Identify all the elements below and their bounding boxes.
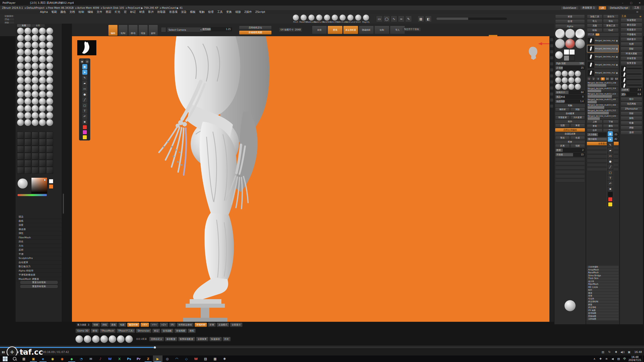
annotation-tool-button[interactable]: ➤	[608, 137, 613, 142]
group-button[interactable]: 范围	[555, 124, 570, 127]
group-header[interactable]: 自适应皮肤	[555, 132, 585, 135]
bottom-shelf-button[interactable]: 相机	[188, 329, 196, 333]
matcap-thumbnail[interactable]	[575, 29, 585, 38]
alpha-thumbnail[interactable]	[46, 132, 53, 139]
alpha-thumbnail[interactable]	[39, 153, 46, 160]
tool-subpalette-item[interactable]: 多边形组	[587, 306, 619, 309]
brush-section-item[interactable]: 描边	[16, 215, 62, 219]
panel-tab[interactable]: Alpha	[555, 24, 585, 28]
menu-item[interactable]: ZScript	[254, 10, 267, 14]
brush-thumbnail[interactable]	[46, 105, 53, 112]
mode-button[interactable]: 绘制	[118, 25, 128, 36]
taskbar-app-button[interactable]: ♪	[96, 355, 105, 362]
quick-panel-item[interactable]: 切换操作	[4, 15, 15, 18]
shelf-icon-button[interactable]	[550, 44, 553, 47]
brush-thumbnail[interactable]	[17, 35, 24, 41]
global-edit-button[interactable]: 启用全局编辑	[555, 128, 585, 132]
tool-subpalette-item[interactable]: Slime Bridge	[587, 275, 619, 278]
alpha-thumbnail[interactable]	[32, 139, 38, 146]
window-button[interactable]: ▢	[627, 0, 635, 6]
mode-button[interactable]: 移动	[128, 25, 138, 36]
bottom-shelf-button[interactable]: 持续	[101, 323, 109, 327]
brush-section-item[interactable]: 深度	[16, 223, 62, 227]
menu-item[interactable]: 文件	[95, 10, 104, 14]
shelf-icon-button[interactable]	[550, 93, 553, 96]
tool-subpalette-item[interactable]: 置换贴图	[587, 315, 619, 318]
brush-thumbnail[interactable]	[24, 42, 31, 49]
visibility-eye-icon[interactable]: ◉	[616, 56, 618, 58]
locator-button[interactable]: 存储相机视图	[239, 30, 272, 35]
menu-item[interactable]: 笔触	[197, 10, 206, 14]
bottom-shelf-button[interactable]: 移动	[91, 329, 99, 333]
view-toggle-button[interactable]: 透视	[328, 26, 343, 34]
tool-file-button[interactable]: 克隆	[587, 24, 602, 28]
taskbar-app-button[interactable]: ◆	[67, 355, 76, 362]
stroke-button[interactable]: ▭	[376, 16, 383, 22]
alpha-thumbnail[interactable]	[46, 167, 53, 174]
annotation-tool-button[interactable]: ✎	[82, 75, 87, 80]
count-button[interactable]: 4	[596, 77, 600, 81]
group-header[interactable]: 拓扑	[555, 120, 585, 123]
color-picker[interactable]	[31, 177, 47, 194]
tool-subpalette-item[interactable]: 法线贴图	[587, 318, 619, 321]
tool-mini-slider[interactable]	[627, 84, 642, 86]
group-header[interactable]: 投射	[555, 141, 585, 144]
alpha-thumbnail[interactable]	[32, 132, 38, 139]
layer-item[interactable]: Merged_decimte_multi12_s13	[587, 92, 619, 98]
render-button[interactable]: 平面着色	[621, 32, 642, 37]
bottom-shelf-button[interactable]: (R)	[169, 323, 176, 327]
alpha-mini-thumbnail[interactable]	[562, 71, 568, 77]
view-toggle-button[interactable]: 材质	[312, 26, 327, 34]
menu-item[interactable]: 变换	[224, 10, 233, 14]
tool-mini-slider[interactable]	[627, 79, 642, 80]
stroke-button[interactable]: ≈	[398, 16, 405, 22]
alpha-mini-thumbnail[interactable]	[562, 77, 568, 83]
tray-icon-button[interactable]: ≋	[603, 355, 610, 362]
geometry-button[interactable]: 投影	[621, 111, 642, 116]
brush-thumbnail[interactable]	[17, 56, 24, 63]
alpha-thumbnail[interactable]	[46, 139, 53, 146]
alpha-thumbnail[interactable]	[17, 139, 24, 146]
slider[interactable]: 焦点衰减0	[555, 95, 585, 99]
brush-thumbnail[interactable]	[32, 98, 38, 105]
alpha-thumbnail[interactable]	[32, 146, 38, 153]
brush-thumbnail[interactable]	[32, 112, 38, 119]
brush-thumbnail[interactable]	[24, 35, 31, 41]
alpha-mini-thumbnail[interactable]	[555, 71, 561, 77]
brush-thumbnail[interactable]	[39, 105, 46, 112]
texture-swatch[interactable]	[569, 55, 575, 61]
bottom-shelf-button[interactable]: 透视	[109, 323, 117, 327]
panel-tab[interactable]: 材质	[555, 15, 585, 19]
show-desktop-button[interactable]	[642, 355, 644, 362]
brush-thumbnail[interactable]	[39, 98, 46, 105]
bottom-shelf-button[interactable]: 存储视图	[174, 329, 187, 333]
brush-thumbnail[interactable]	[46, 112, 53, 119]
camera-icon[interactable]	[161, 27, 166, 32]
player-control-button[interactable]: ✱	[613, 349, 619, 355]
subtool-item[interactable]: Merged_decimte_multi13_168 ◉	[587, 61, 619, 69]
brush-section-item[interactable]: 数位板压力	[16, 264, 62, 269]
group-button[interactable]: 背面遮罩	[555, 116, 570, 119]
alpha-mini-thumbnail[interactable]	[568, 71, 574, 77]
player-control-button[interactable]: ◀))	[619, 349, 626, 355]
taskbar-app-button[interactable]: Ps	[124, 355, 134, 362]
tool-subpalette-item[interactable]: HD 几何体	[587, 286, 619, 289]
matcap-thumbnail[interactable]	[555, 39, 565, 49]
menu-item[interactable]: 笔刷	[50, 10, 59, 14]
group-button[interactable]: 方向遮罩	[570, 116, 585, 119]
alpha-thumbnail[interactable]	[32, 153, 38, 160]
bottom-shelf-button[interactable]: 点选模式	[217, 323, 229, 327]
render-button[interactable]: 存储变形	[621, 56, 642, 61]
brush-section-item[interactable]: Alpha 和纹理	[16, 269, 62, 273]
taskbar-clock[interactable]: 16:48 2024/7/21	[628, 356, 642, 362]
tool-subpalette-item[interactable]: 可见性	[587, 298, 619, 301]
panel-row[interactable]	[555, 162, 585, 165]
tool-subpalette-item[interactable]: UV 贴图	[587, 309, 619, 312]
alpha-thumbnail[interactable]	[39, 139, 46, 146]
brush-thumbnail[interactable]	[17, 42, 24, 49]
brush-thumbnail[interactable]	[24, 91, 31, 98]
subtool-item[interactable]: Merged_decimte_multi13_045 ◉	[587, 69, 619, 77]
toggle-button[interactable]: ▦	[418, 16, 424, 22]
taskbar-app-button[interactable]: ◠	[172, 355, 182, 362]
group-button[interactable]: 预览	[555, 136, 570, 140]
